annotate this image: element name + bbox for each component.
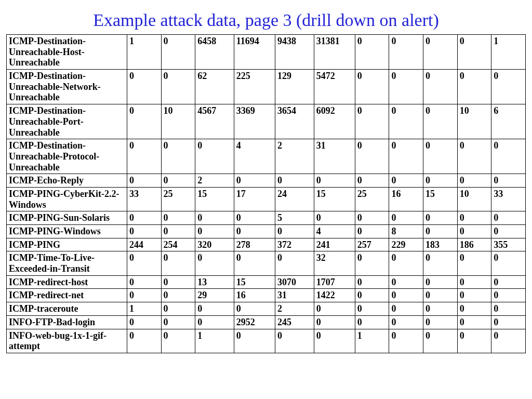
cell-value: 0: [195, 302, 234, 316]
cell-value: 0: [127, 329, 161, 353]
cell-value: 0: [457, 329, 491, 353]
row-label: ICMP-traceroute: [7, 302, 127, 316]
cell-value: 15: [314, 187, 355, 211]
cell-value: 15: [195, 187, 234, 211]
cell-value: 0: [389, 251, 423, 275]
cell-value: 25: [161, 187, 195, 211]
cell-value: 10: [161, 104, 195, 139]
table-row: ICMP-traceroute10002000000: [7, 302, 526, 316]
table-row: ICMP-PING-CyberKit-2.2-Windows3325151724…: [7, 187, 526, 211]
cell-value: 0: [355, 174, 389, 188]
table-row: ICMP-redirect-net00291631142200000: [7, 289, 526, 302]
cell-value: 0: [423, 174, 458, 188]
cell-value: 8: [389, 225, 423, 238]
cell-value: 33: [491, 187, 526, 211]
cell-value: 0: [234, 225, 275, 238]
cell-value: 0: [355, 315, 389, 329]
cell-value: 0: [234, 329, 275, 353]
cell-value: 0: [234, 302, 275, 316]
cell-value: 0: [389, 302, 423, 316]
cell-value: 1422: [314, 289, 355, 302]
row-label: ICMP-Destination-Unreachable-Port-Unreac…: [7, 104, 127, 139]
cell-value: 0: [275, 225, 314, 238]
cell-value: 0: [275, 251, 314, 275]
cell-value: 13: [195, 275, 234, 289]
cell-value: 0: [127, 139, 161, 174]
cell-value: 254: [161, 238, 195, 251]
cell-value: 5472: [314, 70, 355, 104]
row-label: ICMP-PING-Sun-Solaris: [7, 211, 127, 225]
cell-value: 0: [389, 174, 423, 188]
row-label: ICMP-redirect-net: [7, 289, 127, 302]
cell-value: 0: [355, 211, 389, 225]
cell-value: 0: [355, 302, 389, 316]
cell-value: 0: [491, 329, 526, 353]
cell-value: 229: [389, 238, 423, 251]
cell-value: 0: [161, 35, 195, 70]
cell-value: 0: [314, 174, 355, 188]
cell-value: 0: [275, 174, 314, 188]
cell-value: 1707: [314, 275, 355, 289]
cell-value: 31: [275, 289, 314, 302]
cell-value: 0: [423, 70, 458, 104]
cell-value: 0: [423, 35, 458, 70]
table-row: ICMP-Echo-Reply00200000000: [7, 174, 526, 188]
cell-value: 3654: [275, 104, 314, 139]
cell-value: 0: [423, 139, 458, 174]
cell-value: 0: [423, 225, 458, 238]
cell-value: 0: [423, 329, 458, 353]
table-row: ICMP-Destination-Unreachable-Network-Unr…: [7, 70, 526, 104]
cell-value: 0: [161, 289, 195, 302]
cell-value: 2: [275, 302, 314, 316]
row-label: ICMP-Destination-Unreachable-Host-Unreac…: [7, 35, 127, 70]
cell-value: 0: [161, 315, 195, 329]
cell-value: 0: [161, 329, 195, 353]
cell-value: 0: [314, 211, 355, 225]
cell-value: 0: [457, 211, 491, 225]
cell-value: 0: [355, 251, 389, 275]
cell-value: 0: [234, 251, 275, 275]
cell-value: 0: [355, 104, 389, 139]
table-row: ICMP-PING2442543202783722412572291831863…: [7, 238, 526, 251]
cell-value: 3070: [275, 275, 314, 289]
attack-data-table: ICMP-Destination-Unreachable-Host-Unreac…: [6, 34, 526, 353]
cell-value: 225: [234, 70, 275, 104]
cell-value: 0: [161, 174, 195, 188]
cell-value: 0: [355, 70, 389, 104]
cell-value: 0: [389, 289, 423, 302]
cell-value: 0: [127, 211, 161, 225]
table-row: INFO-web-bug-1x-1-gif-attempt00100010000: [7, 329, 526, 353]
cell-value: 17: [234, 187, 275, 211]
cell-value: 24: [275, 187, 314, 211]
table-row: ICMP-Destination-Unreachable-Protocol-Un…: [7, 139, 526, 174]
cell-value: 0: [127, 174, 161, 188]
cell-value: 0: [423, 289, 458, 302]
cell-value: 355: [491, 238, 526, 251]
cell-value: 0: [423, 211, 458, 225]
cell-value: 6458: [195, 35, 234, 70]
cell-value: 278: [234, 238, 275, 251]
cell-value: 0: [161, 302, 195, 316]
cell-value: 0: [195, 211, 234, 225]
cell-value: 15: [234, 275, 275, 289]
cell-value: 0: [195, 251, 234, 275]
cell-value: 0: [457, 315, 491, 329]
cell-value: 0: [491, 139, 526, 174]
cell-value: 6: [491, 104, 526, 139]
cell-value: 1: [355, 329, 389, 353]
cell-value: 2: [275, 139, 314, 174]
cell-value: 0: [457, 302, 491, 316]
cell-value: 0: [161, 275, 195, 289]
cell-value: 16: [389, 187, 423, 211]
cell-value: 1: [127, 35, 161, 70]
slide-page: Example attack data, page 3 (drill down …: [0, 0, 532, 353]
cell-value: 0: [389, 275, 423, 289]
cell-value: 0: [457, 289, 491, 302]
cell-value: 0: [491, 225, 526, 238]
cell-value: 0: [355, 289, 389, 302]
cell-value: 186: [457, 238, 491, 251]
cell-value: 4: [314, 225, 355, 238]
row-label: INFO-FTP-Bad-login: [7, 315, 127, 329]
cell-value: 0: [491, 302, 526, 316]
cell-value: 0: [457, 35, 491, 70]
